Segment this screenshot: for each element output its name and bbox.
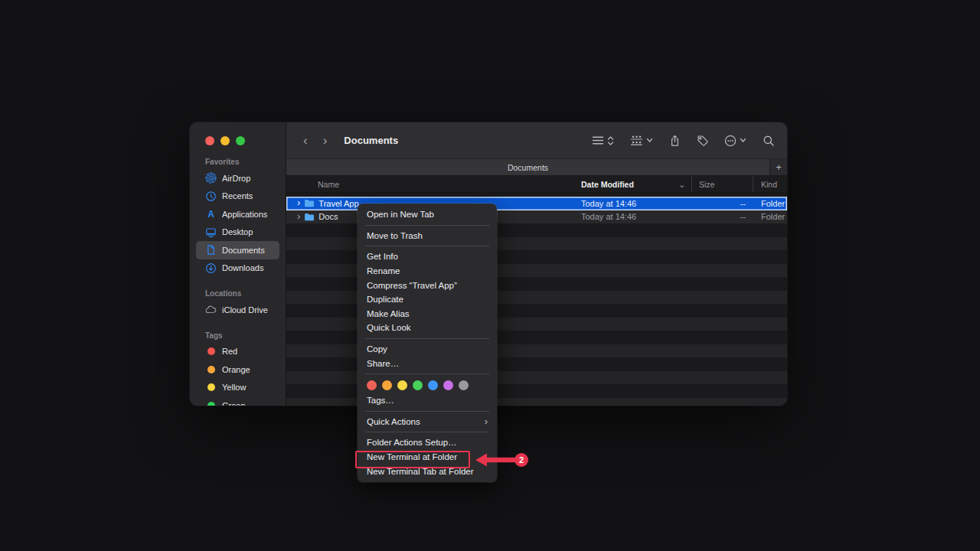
menu-item-tags[interactable]: Tags…	[358, 393, 497, 408]
sidebar-item-icloud-drive[interactable]: iCloud Drive	[196, 301, 279, 319]
airdrop-icon	[205, 172, 217, 184]
tag-dot-icon	[207, 347, 215, 355]
file-kind: Folder	[753, 199, 787, 208]
menu-item-duplicate[interactable]: Duplicate	[358, 292, 497, 307]
file-date-modified: Today at 14:46	[577, 212, 692, 221]
list-view-button[interactable]	[592, 135, 614, 146]
file-size: --	[692, 199, 753, 208]
tag-color-dot[interactable]	[428, 380, 438, 390]
chevron-updown-icon	[607, 135, 614, 146]
cloud-icon	[205, 304, 217, 315]
sidebar-section: Tags Red Orange Yellow Green	[190, 331, 286, 406]
annotation-arrow-icon	[475, 452, 515, 468]
tab-bar: Documents +	[286, 158, 787, 176]
menu-separator	[365, 225, 489, 226]
share-button[interactable]	[669, 135, 681, 147]
menu-item-compress-travel-app[interactable]: Compress “Travel App”	[358, 278, 497, 292]
search-icon	[763, 135, 775, 147]
sidebar-item-label: Red	[222, 347, 237, 356]
sidebar-section: Locations iCloud Drive	[190, 289, 286, 319]
sidebar-item-orange[interactable]: Orange	[196, 360, 279, 379]
column-header-name[interactable]: Name	[286, 180, 577, 189]
more-button[interactable]	[724, 135, 746, 147]
column-header-size[interactable]: Size	[692, 176, 753, 192]
menu-item-rename[interactable]: Rename	[358, 264, 497, 279]
menu-item-quick-actions[interactable]: Quick Actions ›	[358, 415, 497, 429]
downloads-icon	[205, 262, 217, 274]
menu-item-copy[interactable]: Copy	[358, 342, 497, 357]
clock-icon	[205, 191, 217, 202]
window-title: Documents	[344, 135, 398, 146]
file-size: --	[692, 212, 753, 221]
minimize-window-button[interactable]	[220, 136, 230, 145]
sidebar-item-label: Applications	[222, 210, 267, 219]
sidebar-item-red[interactable]: Red	[196, 343, 279, 361]
document-icon	[205, 244, 217, 256]
menu-item-get-info[interactable]: Get Info	[358, 249, 497, 264]
sidebar-item-label: Green	[222, 401, 246, 406]
file-name: Travel App	[318, 199, 358, 208]
desktop-icon	[205, 227, 217, 238]
sidebar-item-recents[interactable]: Recents	[196, 187, 279, 206]
column-header-kind[interactable]: Kind	[753, 180, 787, 189]
sidebar-item-label: Desktop	[222, 227, 253, 236]
sidebar-item-label: iCloud Drive	[222, 305, 268, 315]
sidebar-section-label: Tags	[190, 331, 286, 340]
column-header-date-modified[interactable]: Date Modified ⌄	[577, 176, 692, 192]
menu-item-move-to-trash[interactable]: Move to Trash	[358, 229, 497, 243]
menu-item-folder-actions-setup[interactable]: Folder Actions Setup…	[358, 435, 497, 450]
tag-color-dot[interactable]	[413, 380, 423, 390]
sidebar-item-yellow[interactable]: Yellow	[196, 379, 279, 397]
zoom-window-button[interactable]	[236, 136, 245, 145]
tab-documents[interactable]: Documents	[286, 159, 769, 175]
file-kind: Folder	[753, 212, 787, 221]
context-menu: Open in New Tab Move to Trash Get Info R…	[358, 204, 497, 482]
forward-button[interactable]: ›	[323, 134, 328, 147]
tag-color-dot[interactable]	[459, 380, 469, 390]
sidebar-item-applications[interactable]: A Applications	[196, 205, 279, 223]
sort-direction-icon: ⌄	[678, 180, 685, 189]
column-headers: Name Date Modified ⌄ Size Kind	[286, 176, 787, 193]
sidebar-item-label: Orange	[222, 365, 250, 374]
applications-icon: A	[205, 208, 217, 220]
window-controls	[190, 122, 286, 145]
sidebar-item-label: Downloads	[222, 263, 263, 272]
sidebar-item-downloads[interactable]: Downloads	[196, 259, 279, 278]
close-window-button[interactable]	[205, 136, 214, 145]
tag-color-dot[interactable]	[367, 380, 377, 390]
menu-item-open-in-new-tab[interactable]: Open in New Tab	[358, 207, 497, 222]
sidebar-section-label: Locations	[190, 289, 286, 298]
menu-item-quick-look[interactable]: Quick Look	[358, 321, 497, 335]
sidebar-item-desktop[interactable]: Desktop	[196, 223, 279, 242]
annotation-step-badge: 2	[514, 453, 528, 467]
tag-dot-icon	[207, 402, 215, 406]
back-button[interactable]: ‹	[303, 134, 308, 147]
sidebar-item-documents[interactable]: Documents	[196, 241, 279, 259]
menu-separator	[365, 246, 489, 246]
sidebar-section: Favorites AirDrop Recents A Applications…	[190, 158, 286, 277]
menu-item-make-alias[interactable]: Make Alias	[358, 307, 497, 321]
tag-dot-icon	[207, 366, 215, 373]
menu-item-share[interactable]: Share…	[358, 356, 497, 370]
sidebar-item-green[interactable]: Green	[196, 396, 279, 406]
chevron-down-icon	[646, 138, 653, 143]
tag-color-dot[interactable]	[382, 380, 392, 390]
tag-button[interactable]	[697, 135, 708, 146]
new-tab-button[interactable]: +	[769, 159, 787, 175]
sidebar-item-airdrop[interactable]: AirDrop	[196, 169, 279, 187]
file-date-modified: Today at 14:46	[577, 199, 692, 208]
tag-dot-icon	[207, 383, 215, 391]
file-name: Docs	[318, 212, 338, 221]
disclosure-chevron-icon[interactable]: ›	[297, 199, 300, 208]
folder-icon	[304, 213, 315, 221]
tag-color-dot[interactable]	[397, 380, 407, 390]
tag-color-dot[interactable]	[443, 380, 453, 390]
svg-text:A: A	[207, 209, 214, 220]
group-button[interactable]	[630, 135, 653, 146]
search-button[interactable]	[763, 135, 775, 147]
tag-color-row	[358, 377, 497, 393]
disclosure-chevron-icon[interactable]: ›	[297, 212, 300, 221]
sidebar-item-label: AirDrop	[222, 174, 250, 183]
more-icon	[724, 135, 737, 147]
menu-separator	[365, 411, 489, 412]
